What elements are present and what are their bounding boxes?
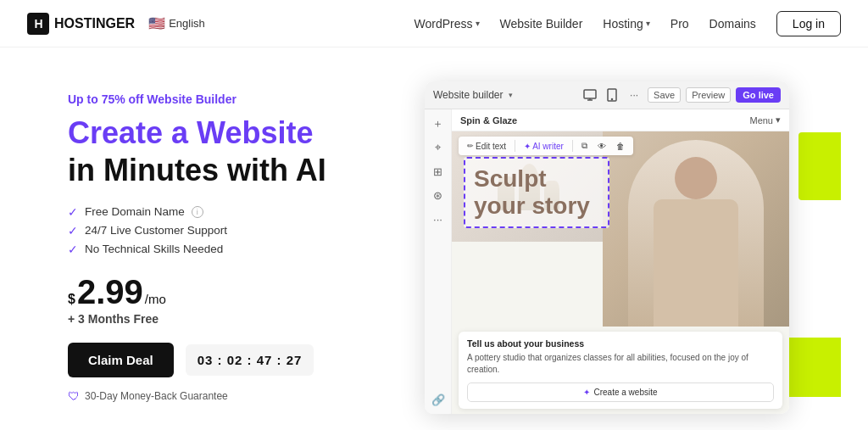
guarantee-row: 🛡 30-Day Money-Back Guarantee [68, 389, 339, 403]
apps-icon[interactable]: ⊛ [431, 187, 446, 203]
layers-icon[interactable]: ⊞ [431, 164, 446, 179]
copy-button[interactable]: ⧉ [578, 139, 591, 153]
editor-canvas: Spin & Glaze Menu ▾ ✏ Edit text [452, 109, 789, 414]
more-tools-icon[interactable]: ··· [431, 211, 446, 226]
hero-section: Up to 75% off Website Builder Create a W… [0, 47, 868, 430]
price-currency: $ [68, 293, 75, 306]
save-button[interactable]: Save [648, 87, 681, 103]
cta-row: Claim Deal 03 : 02 : 47 : 27 [68, 343, 339, 377]
go-live-button[interactable]: Go live [736, 87, 781, 103]
logo[interactable]: H HOSTINGER [27, 13, 135, 35]
countdown-timer: 03 : 02 : 47 : 27 [186, 344, 314, 376]
website-builder-label: Website builder [433, 89, 504, 101]
text-block[interactable]: Sculpt your story [452, 131, 621, 327]
hero-left: Up to 75% off Website Builder Create a W… [68, 92, 339, 402]
browser-mockup: Website builder ▾ ··· Save Preview [425, 81, 789, 414]
edit-text-button[interactable]: ✏ Edit text [464, 140, 509, 153]
price-row: $ 2.99 /mo [68, 275, 339, 309]
browser-bar-right: ··· Save Preview Go live [581, 87, 781, 103]
navbar: H HOSTINGER 🇺🇸 English WordPress ▾ Websi… [0, 0, 868, 47]
nav-wordpress[interactable]: WordPress ▾ [415, 17, 480, 31]
hero-image-block: Sculpt your story [452, 131, 789, 327]
check-icon: ✓ [68, 224, 78, 237]
promo-suffix: Website Builder [147, 92, 236, 106]
flag-icon: 🇺🇸 [148, 15, 165, 31]
editor-content: ＋ ⌖ ⊞ ⊛ ··· 🔗 Spin & Glaze Menu ▾ [425, 109, 789, 414]
sparkle-icon: ✦ [583, 388, 590, 397]
site-menu[interactable]: Menu ▾ [749, 114, 781, 126]
navbar-left: H HOSTINGER 🇺🇸 English [27, 13, 205, 35]
toolbar-divider [572, 140, 573, 152]
headline-text: Sculpt your story [474, 165, 599, 220]
price-sub: + 3 Months Free [68, 312, 339, 326]
dropdown-arrow-icon: ▾ [509, 91, 513, 99]
shield-icon: 🛡 [68, 389, 80, 403]
canvas-toolbar: ✏ Edit text ✦ AI writer ⧉ 👁 🗑 [459, 137, 633, 155]
feature-list: ✓ Free Domain Name i ✓ 24/7 Live Custome… [68, 205, 339, 256]
browser-bar: Website builder ▾ ··· Save Preview [425, 81, 789, 109]
navbar-right: WordPress ▾ Website Builder Hosting ▾ Pr… [415, 11, 841, 36]
model-silhouette [628, 140, 764, 327]
check-icon: ✓ [68, 243, 78, 256]
chevron-down-icon: ▾ [646, 19, 650, 28]
svg-rect-0 [584, 90, 596, 98]
toolbar-divider [515, 140, 515, 152]
feature-support: ✓ 24/7 Live Customer Support [68, 224, 339, 237]
model-photo [603, 131, 789, 327]
add-icon[interactable]: ＋ [431, 116, 446, 131]
nav-domains[interactable]: Domains [709, 17, 756, 31]
logo-icon: H [27, 13, 49, 35]
hero-title: Create a Website in Minutes with AI [68, 114, 339, 187]
site-header: Spin & Glaze Menu ▾ [452, 109, 789, 131]
headline-border: Sculpt your story [464, 157, 609, 228]
desktop-icon[interactable] [581, 87, 598, 103]
hero-title-rest: in Minutes with AI [68, 153, 326, 187]
promo-text: Up to [68, 92, 98, 106]
tablet-icon[interactable] [604, 87, 620, 103]
info-icon[interactable]: i [192, 206, 203, 218]
browser-bar-left: Website builder ▾ [433, 89, 513, 101]
ai-panel-text: A pottery studio that organizes classes … [467, 352, 774, 376]
login-button[interactable]: Log in [776, 11, 841, 36]
ai-panel-title: Tell us about your business [467, 338, 774, 349]
guarantee-text: 30-Day Money-Back Guarantee [85, 390, 228, 402]
link-icon[interactable]: 🔗 [431, 392, 446, 407]
hero-right: Website builder ▾ ··· Save Preview [373, 81, 841, 414]
price-amount: 2.99 [77, 275, 143, 309]
feature-domain: ✓ Free Domain Name i [68, 205, 339, 219]
feature-skills: ✓ No Technical Skills Needed [68, 243, 339, 256]
delete-button[interactable]: 🗑 [613, 140, 628, 153]
claim-deal-button[interactable]: Claim Deal [68, 343, 174, 377]
check-icon: ✓ [68, 205, 78, 219]
logo-text: HOSTINGER [54, 16, 135, 31]
more-icon[interactable]: ··· [626, 87, 643, 103]
ai-writer-button[interactable]: ✦ AI writer [520, 140, 567, 153]
green-accent-top [798, 132, 841, 200]
eye-button[interactable]: 👁 [594, 140, 609, 153]
chevron-down-icon: ▾ [776, 114, 781, 126]
promo-percent: 75% off [102, 92, 144, 106]
canvas-area: ✏ Edit text ✦ AI writer ⧉ 👁 🗑 [452, 131, 789, 409]
language-selector[interactable]: 🇺🇸 English [148, 15, 205, 31]
hero-promo: Up to 75% off Website Builder [68, 92, 339, 106]
preview-button[interactable]: Preview [686, 87, 731, 103]
nav-hosting[interactable]: Hosting ▾ [603, 17, 649, 31]
hero-title-create: Create a Website [68, 115, 313, 150]
nav-pro[interactable]: Pro [670, 17, 689, 31]
lang-label: English [169, 17, 205, 30]
price-period: /mo [145, 292, 166, 306]
editor-sidebar: ＋ ⌖ ⊞ ⊛ ··· 🔗 [425, 109, 452, 414]
svg-point-2 [612, 99, 613, 100]
search-icon[interactable]: ⌖ [431, 140, 446, 155]
nav-website-builder[interactable]: Website Builder [500, 17, 583, 31]
create-website-button[interactable]: ✦ Create a website [467, 383, 774, 402]
site-logo-name: Spin & Glaze [460, 115, 517, 126]
chevron-down-icon: ▾ [476, 19, 480, 28]
ai-panel: Tell us about your business A pottery st… [459, 332, 782, 409]
